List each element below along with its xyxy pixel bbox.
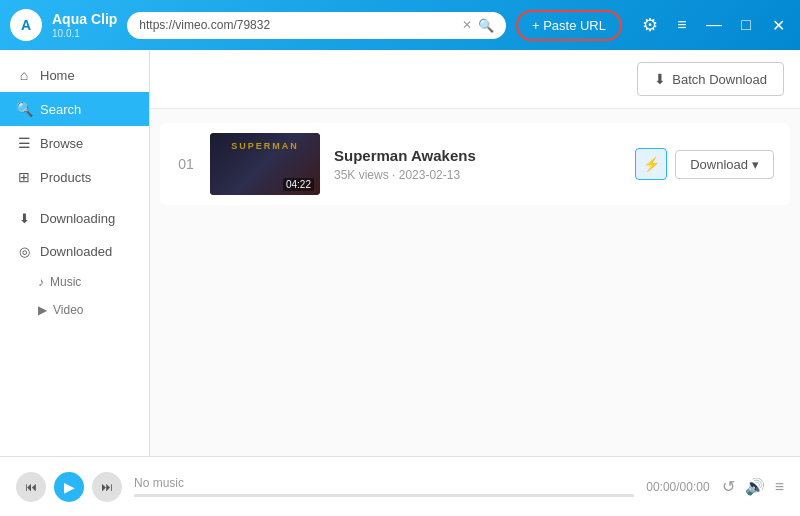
content-header: ⬇ Batch Download xyxy=(150,50,800,109)
player-extra-controls: ↺ 🔊 ≡ xyxy=(722,477,784,496)
sidebar-music-label: Music xyxy=(50,275,81,289)
sidebar-downloading-label: Downloading xyxy=(40,211,115,226)
playlist-icon: ≡ xyxy=(775,478,784,495)
sidebar-item-video[interactable]: ▶ Video xyxy=(0,296,149,324)
browse-icon: ☰ xyxy=(16,135,32,151)
paste-url-button[interactable]: + Paste URL xyxy=(516,10,622,41)
sidebar-item-music[interactable]: ♪ Music xyxy=(0,268,149,296)
play-icon: ▶ xyxy=(64,479,75,495)
sidebar-item-search[interactable]: 🔍 Search xyxy=(0,92,149,126)
download-header-icon: ⬇ xyxy=(654,71,666,87)
result-views: 35K views xyxy=(334,168,389,182)
sidebar: ⌂ Home 🔍 Search ☰ Browse ⊞ Products ⬇ Do… xyxy=(0,50,150,456)
sidebar-search-label: Search xyxy=(40,102,81,117)
result-separator: · xyxy=(392,168,399,182)
url-bar[interactable]: https://vimeo.com/79832 ✕ 🔍 xyxy=(127,12,506,39)
playlist-button[interactable]: ≡ xyxy=(775,478,784,496)
music-icon: ♪ xyxy=(38,275,44,289)
video-sidebar-icon: ▶ xyxy=(38,303,47,317)
prev-button[interactable]: ⏮ xyxy=(16,472,46,502)
sidebar-item-downloading[interactable]: ⬇ Downloading xyxy=(0,202,149,235)
player-progress-bar[interactable] xyxy=(134,494,634,497)
player-time: 00:00/00:00 xyxy=(646,480,709,494)
loop-icon: ↺ xyxy=(722,478,735,495)
minimize-button[interactable]: — xyxy=(702,13,726,37)
next-icon: ⏭ xyxy=(101,480,113,494)
player-info: No music xyxy=(134,476,634,497)
results-area: 01 SUPERMAN ▶ 04:22 Superman Awakens 35K… xyxy=(150,109,800,456)
result-title: Superman Awakens xyxy=(334,147,621,164)
result-actions: ⚡ Download ▾ xyxy=(635,148,774,180)
next-button[interactable]: ⏭ xyxy=(92,472,122,502)
result-meta: 35K views · 2023-02-13 xyxy=(334,168,621,182)
sidebar-video-label: Video xyxy=(53,303,83,317)
volume-button[interactable]: 🔊 xyxy=(745,477,765,496)
result-number: 01 xyxy=(176,156,196,172)
flash-button[interactable]: ⚡ xyxy=(635,148,667,180)
app-logo: A xyxy=(10,9,42,41)
content-area: ⬇ Batch Download 01 SUPERMAN ▶ 04:22 Sup… xyxy=(150,50,800,456)
download-chevron-icon: ▾ xyxy=(752,157,759,172)
sidebar-item-browse[interactable]: ☰ Browse xyxy=(0,126,149,160)
window-controls: ⚙ ≡ — □ ✕ xyxy=(638,13,790,37)
prev-icon: ⏮ xyxy=(25,480,37,494)
sidebar-products-label: Products xyxy=(40,170,91,185)
player-bar: ⏮ ▶ ⏭ No music 00:00/00:00 ↺ 🔊 ≡ xyxy=(0,456,800,516)
sidebar-browse-label: Browse xyxy=(40,136,83,151)
download-button[interactable]: Download ▾ xyxy=(675,150,774,179)
result-info: Superman Awakens 35K views · 2023-02-13 xyxy=(334,147,621,182)
result-item: 01 SUPERMAN ▶ 04:22 Superman Awakens 35K… xyxy=(160,123,790,205)
app-name: Aqua Clip xyxy=(52,11,117,28)
player-controls: ⏮ ▶ ⏭ xyxy=(16,472,122,502)
app-version: 10.0.1 xyxy=(52,28,117,39)
play-button[interactable]: ▶ xyxy=(54,472,84,502)
video-thumbnail[interactable]: SUPERMAN ▶ 04:22 xyxy=(210,133,320,195)
loop-button[interactable]: ↺ xyxy=(722,477,735,496)
close-button[interactable]: ✕ xyxy=(766,13,790,37)
download-label: Download xyxy=(690,157,748,172)
thumbnail-duration: 04:22 xyxy=(283,178,314,191)
products-icon: ⊞ xyxy=(16,169,32,185)
url-text: https://vimeo.com/79832 xyxy=(139,18,456,32)
main-area: ⌂ Home 🔍 Search ☰ Browse ⊞ Products ⬇ Do… xyxy=(0,50,800,456)
settings-icon[interactable]: ⚙ xyxy=(638,13,662,37)
batch-download-label: Batch Download xyxy=(672,72,767,87)
menu-icon[interactable]: ≡ xyxy=(670,13,694,37)
downloaded-icon: ◎ xyxy=(16,244,32,259)
url-close-icon[interactable]: ✕ xyxy=(462,18,472,32)
player-track-title: No music xyxy=(134,476,634,490)
flash-icon: ⚡ xyxy=(643,156,660,172)
sidebar-item-home[interactable]: ⌂ Home xyxy=(0,58,149,92)
sidebar-downloaded-label: Downloaded xyxy=(40,244,112,259)
batch-download-button[interactable]: ⬇ Batch Download xyxy=(637,62,784,96)
app-info: Aqua Clip 10.0.1 xyxy=(52,11,117,39)
result-date: 2023-02-13 xyxy=(399,168,460,182)
title-bar: A Aqua Clip 10.0.1 https://vimeo.com/798… xyxy=(0,0,800,50)
thumbnail-overlay-text: SUPERMAN xyxy=(210,141,320,151)
sidebar-item-downloaded[interactable]: ◎ Downloaded xyxy=(0,235,149,268)
downloading-icon: ⬇ xyxy=(16,211,32,226)
home-icon: ⌂ xyxy=(16,67,32,83)
maximize-button[interactable]: □ xyxy=(734,13,758,37)
search-icon: 🔍 xyxy=(478,18,494,33)
sidebar-home-label: Home xyxy=(40,68,75,83)
search-sidebar-icon: 🔍 xyxy=(16,101,32,117)
volume-icon: 🔊 xyxy=(745,478,765,495)
sidebar-item-products[interactable]: ⊞ Products xyxy=(0,160,149,194)
